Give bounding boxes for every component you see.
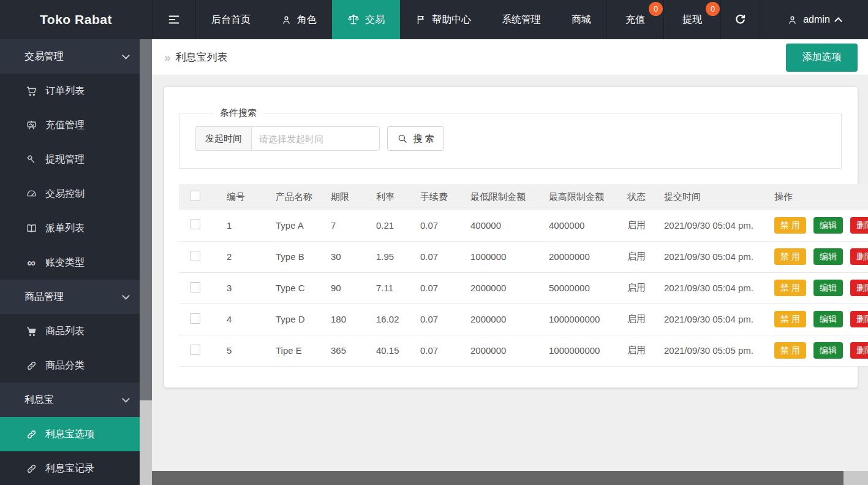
delete-button[interactable]: 删除 [850,280,868,296]
cell-status: 启用 [616,335,653,366]
sidebar-item-recharge-management[interactable]: 充值管理 [0,108,140,142]
disable-button[interactable]: 禁 用 [774,217,806,234]
cell-fee: 0.07 [409,210,459,241]
sidebar-scrollbar-thumb[interactable] [140,39,152,400]
chevron-down-icon [122,292,130,300]
cell-rate: 1.95 [365,241,409,272]
disable-button[interactable]: 禁 用 [774,280,806,296]
main-content: » 利息宝列表 添加选项 条件搜索 发起时间 搜 索 [152,39,868,485]
sidebar-item-lixibao-records[interactable]: 利息宝记录 [0,451,140,485]
delete-button[interactable]: 删除 [850,342,868,359]
user-name: admin [803,14,830,25]
link-icon [25,429,38,440]
edit-button[interactable]: 编辑 [813,248,843,265]
col-header-submit-time: 提交时间 [653,184,763,210]
sidebar-group-product-management[interactable]: 商品管理 [0,280,140,314]
gavel-icon [25,154,38,166]
nav-item-mall[interactable]: 商城 [556,0,606,39]
sidebar-group-lixibao[interactable]: 利息宝 [0,383,140,417]
horizontal-scrollbar[interactable] [152,471,868,485]
cell-term: 90 [320,272,365,304]
nav-item-recharge[interactable]: 充值 0 [606,0,663,39]
cell-max: 20000000 [538,241,616,272]
sidebar-item-dispatch-list[interactable]: 派单列表 [0,211,140,245]
sidebar-item-product-list[interactable]: 商品列表 [0,314,140,348]
cell-term: 7 [320,210,365,241]
edit-button[interactable]: 编辑 [813,311,843,327]
cell-actions: 禁 用编辑删除 [763,272,868,304]
link-icon [25,463,38,475]
sidebar-item-product-category[interactable]: 商品分类 [0,348,140,383]
refresh-icon [734,13,747,26]
link-icon [25,360,38,372]
nav-item-roles[interactable]: 角色 [266,0,332,39]
content-card: 条件搜索 发起时间 搜 索 编号 [164,87,858,388]
delete-button[interactable]: 删除 [850,311,868,327]
cell-fee: 0.07 [409,272,459,304]
menu-fold-icon [167,13,181,26]
sidebar-scrollbar[interactable] [140,39,152,485]
table-row: 3Type C907.110.07200000050000000启用2021/0… [179,272,868,304]
edit-button[interactable]: 编辑 [813,342,843,359]
search-panel-legend: 条件搜索 [214,107,263,119]
delete-button[interactable]: 删除 [850,248,868,265]
cell-actions: 禁 用编辑删除 [763,210,868,241]
search-button[interactable]: 搜 索 [387,126,444,151]
sidebar-item-lixibao-options[interactable]: 利息宝选项 [0,417,140,451]
scales-icon [347,13,360,26]
billboard-icon [25,120,38,131]
edit-button[interactable]: 编辑 [813,280,843,296]
nav-item-dashboard[interactable]: 后台首页 [196,0,266,39]
cell-rate: 0.21 [365,210,409,241]
horizontal-scrollbar-thumb[interactable] [152,471,843,485]
row-checkbox[interactable] [190,251,200,261]
sidebar-item-order-list[interactable]: 订单列表 [0,74,140,108]
cell-status: 启用 [616,241,653,272]
col-header-actions: 操作 [763,184,868,210]
delete-button[interactable]: 删除 [850,217,868,234]
row-checkbox[interactable] [190,313,200,324]
sidebar-item-account-change-type[interactable]: ∞ 账变类型 [0,245,140,280]
cell-actions: 禁 用编辑删除 [763,335,868,366]
cell-no: 4 [216,304,265,335]
cart-icon [25,85,38,97]
sidebar-toggle-button[interactable] [152,0,196,39]
cell-fee: 0.07 [409,304,459,335]
select-all-checkbox[interactable] [190,191,200,201]
table-row: 5Tipe E36540.150.0720000001000000000启用20… [179,335,868,366]
cell-time: 2021/09/30 05:04 pm. [653,304,763,335]
cell-time: 2021/09/30 05:04 pm. [653,241,763,272]
cell-rate: 16.02 [365,304,409,335]
row-checkbox[interactable] [190,345,200,355]
sidebar: 交易管理 订单列表 充值管理 提现管理 交易控制 派单列表 ∞ 账变类型 [0,39,140,485]
nav-item-system[interactable]: 系统管理 [486,0,556,39]
cell-min: 2000000 [459,304,538,335]
page-title: 利息宝列表 [176,50,228,64]
row-checkbox[interactable] [190,282,200,292]
disable-button[interactable]: 禁 用 [774,342,806,359]
add-option-button[interactable]: 添加选项 [786,44,858,72]
breadcrumb-bar: » 利息宝列表 添加选项 [152,39,868,76]
row-checkbox[interactable] [190,219,200,229]
cell-time: 2021/09/30 05:04 pm. [653,272,763,304]
cell-no: 5 [216,335,265,366]
start-time-input[interactable] [251,126,380,151]
disable-button[interactable]: 禁 用 [774,311,806,327]
sidebar-group-trade-management[interactable]: 交易管理 [0,39,140,74]
sidebar-item-trade-control[interactable]: 交易控制 [0,177,140,211]
flag-icon [415,14,426,25]
col-header-rate: 利率 [365,184,409,210]
search-icon [397,133,408,144]
refresh-button[interactable] [720,0,760,39]
disable-button[interactable]: 禁 用 [774,248,806,265]
edit-button[interactable]: 编辑 [813,217,843,234]
nav-item-withdraw[interactable]: 提现 0 [663,0,720,39]
nav-item-trade[interactable]: 交易 [332,0,400,39]
search-form-row: 发起时间 搜 索 [195,126,841,151]
sidebar-item-withdraw-management[interactable]: 提现管理 [0,142,140,177]
cell-max: 1000000000 [538,335,616,366]
user-menu[interactable]: admin [760,0,868,39]
withdraw-count-badge: 0 [706,2,720,16]
nav-item-help-center[interactable]: 帮助中心 [400,0,486,39]
recharge-count-badge: 0 [649,2,663,16]
